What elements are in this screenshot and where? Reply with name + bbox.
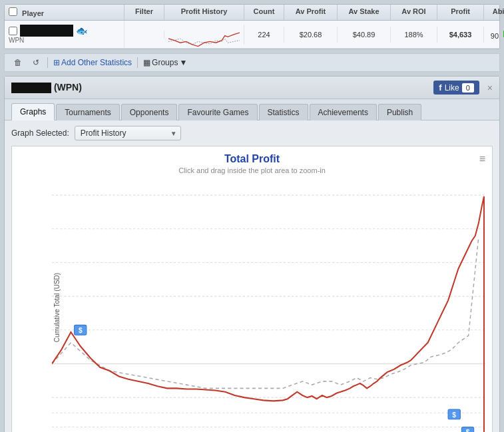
panel-player-name-box: [11, 83, 51, 93]
tab-tournaments[interactable]: Tournaments: [56, 104, 119, 120]
stats-header: Player Filter Profit History Count Av Pr…: [5, 5, 499, 21]
fish-icon: 🐟: [76, 25, 87, 36]
toolbar-separator: [47, 57, 48, 68]
profit-cell: $4,633: [437, 27, 484, 43]
player-name-box: [20, 25, 73, 37]
col-head-profit-history: Profit History: [164, 5, 244, 20]
delete-icon: 🗑: [14, 58, 22, 67]
select-all-checkbox[interactable]: [9, 7, 17, 16]
sparkline-svg: [168, 29, 240, 49]
graph-selector-label: Graph Selected:: [11, 128, 69, 138]
filter-cell: [125, 31, 164, 39]
player-sub-label: WPN: [9, 37, 120, 44]
toolbar-separator-2: [137, 57, 138, 68]
col-head-profit: Profit: [437, 5, 484, 20]
delete-button[interactable]: 🗑: [11, 57, 25, 69]
chart-svg: 5K 4K 3K 2K 1K 0 −1K −2K −3K 0 25 50 75 …: [52, 181, 485, 432]
col-head-filter: Filter: [125, 5, 164, 20]
tab-opponents[interactable]: Opponents: [121, 104, 178, 120]
close-button[interactable]: ×: [487, 83, 493, 93]
sparkline-cell: [164, 25, 244, 45]
col-head-av-stake: Av Stake: [338, 5, 391, 20]
tab-favourite-games[interactable]: Favourite Games: [178, 104, 257, 120]
svg-text:$: $: [452, 411, 456, 419]
graph-selector-select[interactable]: Profit History Profit Count ROI Ability: [75, 126, 181, 140]
toolbar: 🗑 ↺ ⊞ Add Other Statistics ▦ Groups ▼: [4, 53, 500, 71]
stats-table-wrapper: Player Filter Profit History Count Av Pr…: [4, 4, 500, 49]
av-stake-cell: $40.89: [338, 27, 391, 43]
col-head-ability: Ability: [484, 5, 504, 20]
graph-selector-wrapper: Profit History Profit Count ROI Ability …: [75, 126, 181, 140]
svg-text:$: $: [466, 429, 470, 432]
row-checkbox[interactable]: [9, 27, 17, 35]
groups-chevron-icon: ▼: [179, 58, 187, 67]
tab-achievements[interactable]: Achievements: [310, 104, 377, 120]
count-cell: 224: [244, 27, 284, 43]
chart-container[interactable]: Cumulative Total (USD) 5K 4K 3K 2K 1K 0: [52, 181, 485, 432]
main-panel: (WPN) f Like 0 × Graphs Tournaments Oppo…: [4, 76, 500, 432]
ability-cell: 90: [484, 25, 504, 44]
col-head-av-profit: Av Profit: [284, 5, 338, 20]
tab-statistics[interactable]: Statistics: [259, 104, 308, 120]
av-roi-cell: 188%: [391, 27, 437, 43]
groups-icon: ▦: [143, 58, 150, 67]
svg-text:$: $: [79, 327, 83, 334]
col-head-av-roi: Av ROI: [391, 5, 437, 20]
fb-icon: f: [439, 83, 441, 93]
panel-header: (WPN) f Like 0 ×: [5, 77, 499, 99]
groups-button[interactable]: ▦ Groups ▼: [143, 58, 187, 67]
add-stats-button[interactable]: ⊞ Add Other Statistics: [53, 58, 132, 67]
refresh-icon: ↺: [33, 58, 39, 67]
y-axis-label: Cumulative Total (USD): [53, 273, 61, 342]
player-name-cell: 🐟 WPN: [5, 21, 125, 48]
refresh-button[interactable]: ↺: [30, 57, 42, 69]
col-head-player: Player: [5, 5, 125, 20]
chart-menu-icon[interactable]: ≡: [479, 153, 485, 165]
fb-like-button[interactable]: f Like 0: [433, 81, 479, 95]
chart-title: Total Profit: [19, 153, 485, 165]
chart-subtitle: Click and drag inside the plot area to z…: [19, 166, 485, 174]
add-stats-icon: ⊞: [53, 58, 60, 67]
av-profit-cell: $20.68: [284, 27, 338, 43]
stats-data-row: 🐟 WPN 224 $20.68 $40.89 188% $4,633 90 x: [5, 21, 499, 49]
tabs-row: Graphs Tournaments Opponents Favourite G…: [5, 99, 499, 120]
tab-graphs[interactable]: Graphs: [11, 103, 55, 120]
graph-selector-row: Graph Selected: Profit History Profit Co…: [5, 120, 499, 146]
tab-publish[interactable]: Publish: [378, 104, 421, 120]
panel-title: (WPN): [11, 82, 82, 93]
chart-area: Total Profit Click and drag inside the p…: [11, 146, 493, 432]
fb-count: 0: [462, 83, 474, 93]
panel-header-right: f Like 0 ×: [433, 81, 493, 95]
col-head-count: Count: [244, 5, 284, 20]
toolbar-bottom: [4, 71, 500, 72]
